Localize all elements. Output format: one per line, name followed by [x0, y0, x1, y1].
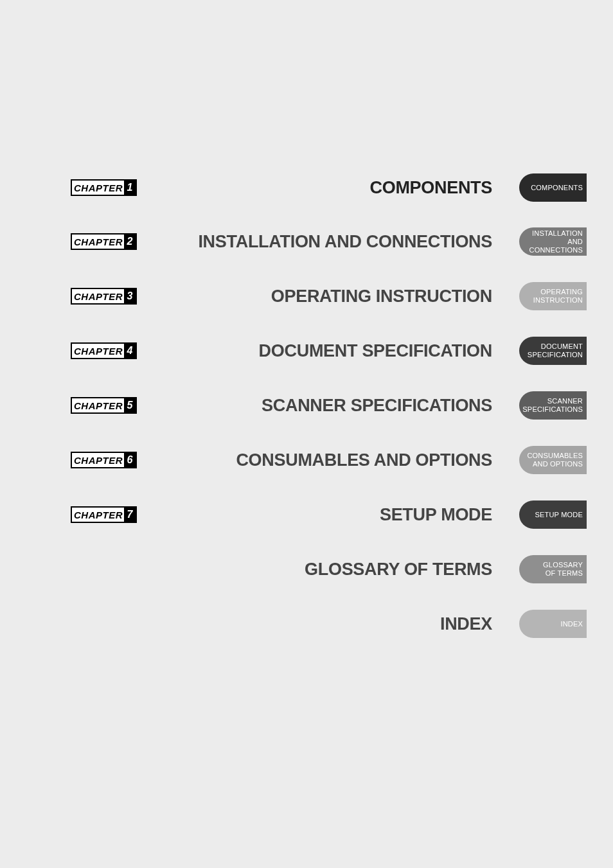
- toc-row-9: INDEXINDEX: [0, 608, 613, 639]
- chapter-badge-7[interactable]: CHAPTER7: [71, 506, 137, 523]
- chapter-badge-4[interactable]: CHAPTER4: [71, 342, 137, 359]
- side-tab-label: OPERATING INSTRUCTION: [533, 288, 583, 305]
- side-tab-label: SCANNER SPECIFICATIONS: [522, 397, 583, 414]
- side-tab-5[interactable]: SCANNER SPECIFICATIONS: [519, 391, 587, 420]
- section-title-9[interactable]: INDEX: [440, 614, 492, 634]
- side-tab-label: INDEX: [560, 620, 583, 628]
- side-tab-9[interactable]: INDEX: [519, 610, 587, 638]
- side-tab-6[interactable]: CONSUMABLES AND OPTIONS: [519, 446, 587, 474]
- chapter-badge-5[interactable]: CHAPTER5: [71, 397, 137, 414]
- toc-row-5: CHAPTER5SCANNER SPECIFICATIONSSCANNER SP…: [0, 390, 613, 421]
- side-tab-2[interactable]: INSTALLATION AND CONNECTIONS: [519, 227, 587, 256]
- section-title-1[interactable]: COMPONENTS: [369, 178, 492, 198]
- chapter-word: CHAPTER: [72, 182, 124, 193]
- section-title-2[interactable]: INSTALLATION AND CONNECTIONS: [198, 232, 492, 252]
- section-title-6[interactable]: CONSUMABLES AND OPTIONS: [236, 450, 492, 470]
- section-title-3[interactable]: OPERATING INSTRUCTION: [271, 287, 492, 306]
- chapter-word: CHAPTER: [72, 346, 124, 357]
- chapter-word: CHAPTER: [72, 509, 124, 520]
- toc-row-7: CHAPTER7SETUP MODESETUP MODE: [0, 499, 613, 530]
- chapter-word: CHAPTER: [72, 400, 124, 411]
- chapter-number: 1: [124, 181, 136, 195]
- chapter-badge-3[interactable]: CHAPTER3: [71, 288, 137, 305]
- chapter-word: CHAPTER: [72, 455, 124, 466]
- side-tab-label: GLOSSARY OF TERMS: [543, 561, 583, 578]
- toc-row-2: CHAPTER2INSTALLATION AND CONNECTIONSINST…: [0, 226, 613, 257]
- chapter-number: 5: [124, 398, 136, 412]
- chapter-word: CHAPTER: [72, 291, 124, 302]
- side-tab-label: DOCUMENT SPECIFICATION: [528, 342, 583, 359]
- side-tab-4[interactable]: DOCUMENT SPECIFICATION: [519, 337, 587, 365]
- section-title-5[interactable]: SCANNER SPECIFICATIONS: [262, 396, 492, 416]
- toc-row-1: CHAPTER1COMPONENTSCOMPONENTS: [0, 172, 613, 203]
- chapter-badge-2[interactable]: CHAPTER2: [71, 233, 137, 250]
- toc-row-4: CHAPTER4DOCUMENT SPECIFICATIONDOCUMENT S…: [0, 335, 613, 366]
- side-tab-3[interactable]: OPERATING INSTRUCTION: [519, 282, 587, 310]
- side-tab-label: SETUP MODE: [535, 511, 583, 519]
- side-tab-1[interactable]: COMPONENTS: [519, 173, 587, 202]
- chapter-badge-6[interactable]: CHAPTER6: [71, 452, 137, 468]
- chapter-badge-1[interactable]: CHAPTER1: [71, 179, 137, 196]
- side-tab-label: CONSUMABLES AND OPTIONS: [527, 452, 583, 468]
- chapter-number: 2: [124, 235, 136, 249]
- section-title-7[interactable]: SETUP MODE: [380, 505, 492, 525]
- section-title-8[interactable]: GLOSSARY OF TERMS: [305, 560, 492, 580]
- section-title-4[interactable]: DOCUMENT SPECIFICATION: [259, 341, 492, 361]
- chapter-word: CHAPTER: [72, 236, 124, 247]
- side-tab-7[interactable]: SETUP MODE: [519, 500, 587, 529]
- side-tab-label: INSTALLATION AND CONNECTIONS: [519, 229, 583, 254]
- toc-page: CHAPTER1COMPONENTSCOMPONENTSCHAPTER2INST…: [0, 0, 613, 868]
- chapter-number: 7: [124, 508, 136, 522]
- side-tab-label: COMPONENTS: [531, 184, 583, 192]
- toc-row-8: GLOSSARY OF TERMSGLOSSARY OF TERMS: [0, 554, 613, 585]
- toc-row-3: CHAPTER3OPERATING INSTRUCTIONOPERATING I…: [0, 281, 613, 312]
- chapter-number: 3: [124, 289, 136, 303]
- toc-row-6: CHAPTER6CONSUMABLES AND OPTIONSCONSUMABL…: [0, 445, 613, 475]
- side-tab-8[interactable]: GLOSSARY OF TERMS: [519, 555, 587, 583]
- chapter-number: 4: [124, 344, 136, 358]
- chapter-number: 6: [124, 453, 136, 467]
